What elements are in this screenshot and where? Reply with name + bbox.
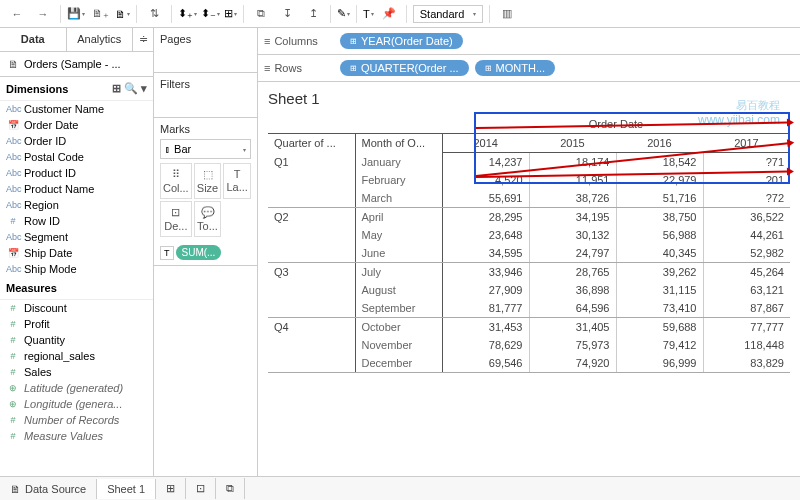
value-cell[interactable]: 38,750 — [616, 208, 703, 227]
value-cell[interactable]: 40,345 — [616, 244, 703, 263]
show-me-button[interactable]: ▥ — [496, 3, 518, 25]
value-cell[interactable]: 51,716 — [616, 189, 703, 208]
value-cell[interactable]: 27,909 — [442, 281, 529, 299]
sort-button-1[interactable]: ↧ — [276, 3, 298, 25]
value-cell[interactable]: 74,920 — [529, 354, 616, 373]
sheet-title[interactable]: Sheet 1 — [268, 90, 790, 107]
new-worksheet-tab[interactable]: ⊞ — [156, 478, 186, 499]
mark-color[interactable]: ⠿Col... — [160, 163, 192, 199]
value-cell[interactable]: 96,999 — [616, 354, 703, 373]
measure-field[interactable]: #Measure Values — [0, 428, 153, 444]
value-cell[interactable]: 18,174 — [529, 153, 616, 172]
tab-datasource[interactable]: 🗎Data Source — [0, 479, 97, 499]
value-cell[interactable]: 38,726 — [529, 189, 616, 208]
tab-analytics[interactable]: Analytics — [67, 28, 134, 51]
sort-desc-button[interactable]: ⬍₋▾ — [201, 7, 220, 20]
datasource-selector[interactable]: 🗎 Orders (Sample - ... — [0, 52, 153, 77]
value-cell[interactable]: 22,979 — [616, 171, 703, 189]
value-cell[interactable]: 31,453 — [442, 318, 529, 337]
mark-tooltip[interactable]: 💬To... — [194, 201, 222, 237]
highlight-button[interactable]: ✎▾ — [337, 7, 350, 20]
fit-select[interactable]: Standard▾ — [413, 5, 483, 23]
value-cell[interactable]: 28,765 — [529, 263, 616, 282]
save-button[interactable]: 💾▾ — [67, 7, 85, 20]
value-cell[interactable]: 52,982 — [703, 244, 790, 263]
dimension-field[interactable]: 📅Order Date — [0, 117, 153, 133]
tab-data[interactable]: Data — [0, 28, 67, 51]
dimension-field[interactable]: #Row ID — [0, 213, 153, 229]
forward-button[interactable]: → — [32, 3, 54, 25]
mark-type-select[interactable]: ⫾ Bar▾ — [160, 139, 251, 159]
value-cell[interactable]: 87,867 — [703, 299, 790, 318]
new-story-tab[interactable]: ⧉ — [216, 478, 245, 499]
value-cell[interactable]: 11,951 — [529, 171, 616, 189]
dimension-field[interactable]: AbcProduct ID — [0, 165, 153, 181]
value-cell[interactable]: 34,595 — [442, 244, 529, 263]
value-cell[interactable]: 33,946 — [442, 263, 529, 282]
sort-button-2[interactable]: ↥ — [302, 3, 324, 25]
value-cell[interactable]: 56,988 — [616, 226, 703, 244]
value-cell[interactable]: 45,264 — [703, 263, 790, 282]
measure-field[interactable]: ⊕Longitude (genera... — [0, 396, 153, 412]
pill-quarter[interactable]: ⊞QUARTER(Order ... — [340, 60, 469, 76]
value-cell[interactable]: 118,448 — [703, 336, 790, 354]
value-cell[interactable]: 24,797 — [529, 244, 616, 263]
back-button[interactable]: ← — [6, 3, 28, 25]
measure-field[interactable]: #Discount — [0, 300, 153, 316]
dimension-field[interactable]: AbcProduct Name — [0, 181, 153, 197]
value-cell[interactable]: 30,132 — [529, 226, 616, 244]
filters-card[interactable]: Filters — [154, 73, 257, 118]
menu-icon[interactable]: ▾ — [141, 82, 147, 95]
search-icon[interactable]: 🔍 — [124, 82, 138, 95]
pages-card[interactable]: Pages — [154, 28, 257, 73]
view-toggle-icon[interactable]: ⊞ — [112, 82, 121, 95]
value-cell[interactable]: 79,412 — [616, 336, 703, 354]
measure-field[interactable]: #Profit — [0, 316, 153, 332]
value-cell[interactable]: 75,973 — [529, 336, 616, 354]
value-cell[interactable]: 83,829 — [703, 354, 790, 373]
columns-shelf[interactable]: ≡Columns ⊞YEAR(Order Date) — [258, 28, 800, 55]
value-cell[interactable]: 78,629 — [442, 336, 529, 354]
value-cell[interactable]: ?01 — [703, 171, 790, 189]
value-cell[interactable]: 63,121 — [703, 281, 790, 299]
pill-month[interactable]: ⊞MONTH... — [475, 60, 556, 76]
value-cell[interactable]: 31,115 — [616, 281, 703, 299]
value-cell[interactable]: 31,405 — [529, 318, 616, 337]
value-cell[interactable]: 44,261 — [703, 226, 790, 244]
pill-year-orderdate[interactable]: ⊞YEAR(Order Date) — [340, 33, 463, 49]
dimension-field[interactable]: AbcSegment — [0, 229, 153, 245]
mark-detail[interactable]: ⊡De... — [160, 201, 192, 237]
value-cell[interactable]: 36,522 — [703, 208, 790, 227]
pin-button[interactable]: 📌 — [378, 3, 400, 25]
value-cell[interactable]: 36,898 — [529, 281, 616, 299]
measure-field[interactable]: #Sales — [0, 364, 153, 380]
value-cell[interactable]: ?71 — [703, 153, 790, 172]
value-cell[interactable]: 73,410 — [616, 299, 703, 318]
new-data-button[interactable]: 🗎₊ — [89, 3, 111, 25]
value-cell[interactable]: 28,295 — [442, 208, 529, 227]
new-worksheet-button[interactable]: 🗎▾ — [115, 8, 130, 20]
measure-field[interactable]: ⊕Latitude (generated) — [0, 380, 153, 396]
measure-field[interactable]: #regional_sales — [0, 348, 153, 364]
swap-button[interactable]: ⇅ — [143, 3, 165, 25]
value-cell[interactable]: 59,688 — [616, 318, 703, 337]
value-cell[interactable]: 39,262 — [616, 263, 703, 282]
dimension-field[interactable]: 📅Ship Date — [0, 245, 153, 261]
value-cell[interactable]: 4,520 — [442, 171, 529, 189]
group-button[interactable]: ⧉ — [250, 3, 272, 25]
value-cell[interactable]: 34,195 — [529, 208, 616, 227]
mark-label[interactable]: TLa... — [223, 163, 251, 199]
tab-sheet1[interactable]: Sheet 1 — [97, 479, 156, 499]
value-cell[interactable]: 69,546 — [442, 354, 529, 373]
value-cell[interactable]: 81,777 — [442, 299, 529, 318]
dimension-field[interactable]: AbcOrder ID — [0, 133, 153, 149]
measure-field[interactable]: #Number of Records — [0, 412, 153, 428]
dimension-field[interactable]: AbcPostal Code — [0, 149, 153, 165]
dimension-field[interactable]: AbcShip Mode — [0, 261, 153, 277]
value-cell[interactable]: 23,648 — [442, 226, 529, 244]
value-cell[interactable]: 77,777 — [703, 318, 790, 337]
pane-menu[interactable]: ≑ — [133, 28, 153, 51]
mark-pill-sum[interactable]: SUM(... — [176, 245, 222, 260]
value-cell[interactable]: 64,596 — [529, 299, 616, 318]
dimension-field[interactable]: AbcRegion — [0, 197, 153, 213]
